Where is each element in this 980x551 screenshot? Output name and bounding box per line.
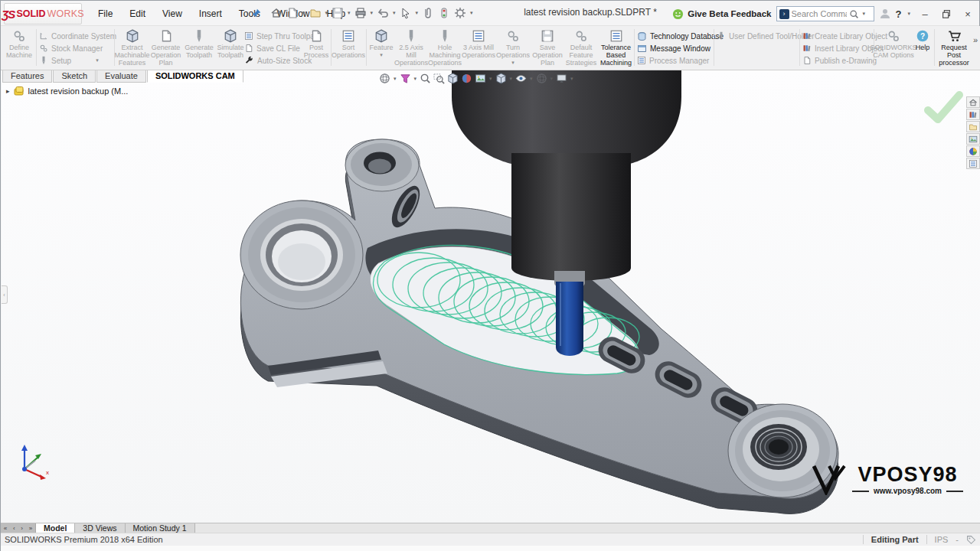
3d-model-scene[interactable] [2,70,980,523]
ribbon-extract-machinable-features[interactable]: Extract Machinable Features [116,28,148,69]
menu-file[interactable]: File [90,8,121,19]
apply-scene-caret[interactable]: ▾ [489,76,492,82]
view-settings-caret[interactable]: ▾ [570,76,573,82]
tree-expander-icon[interactable]: ▸ [6,87,10,95]
help-button[interactable]: ? [896,8,902,20]
ribbon-25-axis-mill-operations[interactable]: 2.5 Axis Mill Operations [395,28,427,69]
ribbon-process-manager[interactable]: Process Manager [637,54,713,67]
units-selector[interactable]: IPS [935,535,949,544]
view-settings-icon[interactable] [555,72,568,85]
main-boss[interactable] [240,201,363,309]
ribbon-save-operation-plan[interactable]: Save Operation Plan [531,28,564,69]
ribbon-stock-manager[interactable]: Stock Manager [39,42,113,54]
undo-dropdown-caret[interactable]: ▾ [393,10,396,16]
ribbon-coordinate-system[interactable]: Coordinate System [39,30,113,42]
ribbon-simulate-toolpath[interactable]: Simulate Toolpath [216,28,245,69]
panel-collapse-tab[interactable]: ‹ [2,285,8,304]
confirmation-check-icon[interactable] [928,95,959,119]
tab-model[interactable]: Model [36,523,75,533]
minimize-button[interactable]: – [916,6,933,21]
search-commands-box[interactable]: › ▾ [776,6,874,21]
nav-prev-icon[interactable]: ‹ [13,525,15,532]
ribbon-insert-library-object[interactable]: Insert Library Object [802,42,876,54]
ribbon-overflow-chevron[interactable]: » [973,35,978,44]
ribbon-generate-toolpath[interactable]: Generate Toolpath [184,28,214,69]
custom-properties-icon[interactable] [966,158,980,169]
hide-show-caret[interactable]: ▾ [530,76,533,82]
attach-button[interactable] [420,5,436,21]
search-scope-icon[interactable]: › [779,9,789,19]
ribbon-solidworks-cam-options[interactable]: SOLIDWORKS CAM Options [877,28,910,69]
menu-view[interactable]: View [154,8,191,19]
setup-caret[interactable]: ▾ [96,57,99,64]
restore-button[interactable] [938,6,955,21]
menu-edit[interactable]: Edit [121,8,154,19]
nav-next-icon[interactable]: › [21,525,23,532]
give-beta-feedback-button[interactable]: Give Beta Feedback [672,8,771,20]
tree-root-label[interactable]: latest revision backup (M... [28,86,129,96]
pin-menu-icon[interactable] [251,8,262,18]
custom-properties-tag-icon[interactable] [966,535,976,545]
ribbon-define-machine[interactable]: Define Machine [4,28,34,69]
tab-features[interactable]: Features [2,70,52,83]
tab-solidworks-cam[interactable]: SOLIDWORKS CAM [147,70,243,83]
menu-insert[interactable]: Insert [191,8,230,19]
tab-evaluate[interactable]: Evaluate [96,70,146,83]
tab-sketch[interactable]: Sketch [53,70,96,83]
view-palette-icon[interactable] [966,133,980,145]
view-orientation-caret[interactable]: ▾ [394,76,397,82]
search-dropdown-caret[interactable]: ▾ [863,11,866,17]
nav-first-icon[interactable]: « [4,525,7,532]
tab-3d-views[interactable]: 3D Views [75,523,125,533]
ribbon-sort-operations[interactable]: Sort Operations [333,28,364,69]
ribbon-feature[interactable]: Feature▾ [368,28,394,69]
file-explorer-icon[interactable] [966,121,980,132]
new-dropdown-caret[interactable]: ▾ [302,10,305,16]
ribbon-message-window[interactable]: Message Window [637,42,713,54]
select-dropdown-caret[interactable]: ▾ [416,10,419,16]
ribbon-tolerance-based-machining[interactable]: Tolerance Based Machining [599,28,633,69]
ribbon-generate-operation-plan[interactable]: Generate Operation Plan [149,28,182,69]
edit-appearance-icon[interactable] [460,72,473,85]
home-button[interactable] [269,5,284,21]
turn-operations-caret[interactable]: ▾ [511,60,514,66]
ribbon-publish-edrawing[interactable]: Publish e-Drawing [802,54,876,67]
view-orientation-icon[interactable] [378,72,391,85]
close-button[interactable]: × [959,6,976,21]
ribbon-setup[interactable]: Setup▾ [39,54,113,67]
previous-view-icon[interactable] [446,72,459,85]
print-button[interactable] [353,5,368,21]
ribbon-request-post-processor[interactable]: Request Post processor [936,28,972,69]
ribbon-turn-operations[interactable]: Turn Operations▾ [495,28,531,69]
open-button[interactable] [308,5,323,21]
top-boss[interactable] [345,139,419,191]
feature-caret[interactable]: ▾ [380,52,383,58]
new-document-button[interactable] [285,5,300,21]
ribbon-user-defined-tool-holder[interactable]: User Defined Tool/Holder [717,30,802,42]
units-caret[interactable]: - [956,535,959,544]
ribbon-post-process[interactable]: Post Process [301,28,332,69]
rebuild-button[interactable] [436,5,452,21]
print-dropdown-caret[interactable]: ▾ [371,10,374,16]
ribbon-help[interactable]: Help [912,28,933,69]
menu-tools[interactable]: Tools [230,8,269,19]
display-style-icon[interactable] [495,72,508,85]
cutting-tool[interactable] [556,282,583,356]
ribbon-3-axis-mill-operations[interactable]: 3 Axis Mill Operations [462,28,495,69]
graphics-area[interactable]: ▾ ▾ ▾ ▾ ▾ ▾ ▾ ▸ latest revision backup (… [2,70,980,523]
save-dropdown-caret[interactable]: ▾ [348,10,351,16]
appearances-scenes-icon[interactable] [966,145,980,157]
tab-motion-study-1[interactable]: Motion Study 1 [126,523,195,533]
undo-button[interactable] [375,5,390,21]
visualization-tools-icon[interactable] [535,72,548,85]
section-view-icon[interactable] [399,72,412,85]
display-style-caret[interactable]: ▾ [510,76,513,82]
zoom-to-area-icon[interactable] [433,72,446,85]
visualization-caret[interactable]: ▾ [550,76,554,82]
design-library-icon[interactable] [966,109,980,120]
zoom-to-fit-icon[interactable] [419,72,432,85]
nav-last-icon[interactable]: » [29,525,32,532]
section-view-caret[interactable]: ▾ [414,76,417,82]
search-icon[interactable] [849,9,859,19]
search-input[interactable] [792,9,847,18]
